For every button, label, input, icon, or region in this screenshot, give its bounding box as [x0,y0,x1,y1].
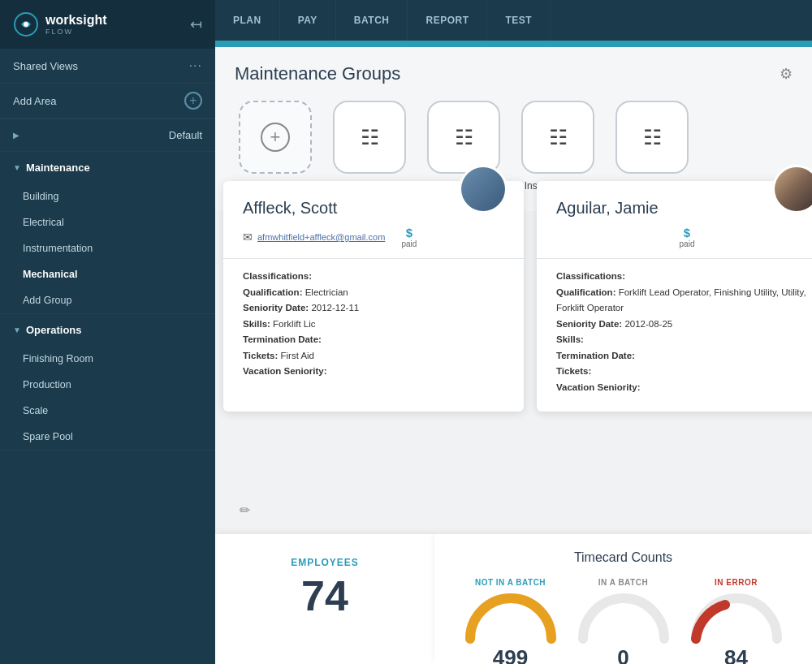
more-options-icon[interactable]: ··· [189,58,202,73]
nav-accent-bar [215,41,812,47]
sidebar-group-add-area: Add Area + [0,84,215,119]
employees-label: EMPLOYEES [291,557,359,568]
add-group-plus-icon: + [261,123,290,152]
nav-report[interactable]: REPORT [408,0,487,41]
emp-details-aguilar: Classifications: Qualification: Forklift… [537,262,812,395]
employee-name-aguilar: Aguilar, Jamie [537,181,812,222]
logo-icon [13,11,39,37]
sidebar: worksight FLOW ↤ Shared Views ··· Add Ar… [0,0,215,664]
sidebar-section-operations[interactable]: ▼ Operations [0,314,215,346]
nav-test[interactable]: TEST [487,0,551,41]
electrical-list-icon: ☷ [455,125,473,150]
mg-instrumentation-card[interactable]: ☷ Instrumentation [517,101,598,192]
seniority-aguilar: 2012-08-25 [624,319,672,329]
gauge-in-batch-label: IN A BATCH [598,578,648,587]
avatar-image-affleck [461,167,505,211]
sidebar-item-instrumentation[interactable]: Instrumentation [0,235,215,261]
gauge-in-batch-svg [575,590,672,645]
mg-building-box[interactable]: ☷ [333,101,406,174]
seniority-label-affleck: Seniority Date: [243,303,309,313]
tickets-affleck: First Aid [280,351,314,360]
edit-button[interactable]: ✏ [240,502,250,518]
sidebar-section-maintenance[interactable]: ▼ Maintenance [0,152,215,183]
employees-count-panel: EMPLOYEES 74 [215,534,434,664]
sidebar-item-building[interactable]: Building [0,183,215,209]
nav-plan[interactable]: PLAN [215,0,280,41]
nav-items: PLAN PAY BATCH REPORT TEST [215,0,551,41]
maintenance-label: Maintenance [26,162,90,174]
pay-label-aguilar: paid [680,239,695,248]
gauge-in-error-svg [688,590,785,645]
collapse-button[interactable]: ↤ [190,15,202,33]
employee-card-affleck: Affleck, Scott ✉ afmwhitfield+affleck@gm… [223,181,524,412]
skills-label-aguilar: Skills: [556,334,584,344]
logo: worksight FLOW [13,11,107,37]
mg-mechanical-card[interactable]: ☷ Mechanical [611,101,693,192]
email-affleck[interactable]: afmwhitfield+affleck@gmail.com [257,232,385,242]
top-navigation: PLAN PAY BATCH REPORT TEST [215,0,812,41]
emp-details-affleck: Classifications: Qualification: Electric… [223,262,524,380]
sidebar-section-default[interactable]: ▶ Default [0,119,215,151]
timecard-panel: Timecard Counts NOT IN A BATCH 499 0 499 [434,534,812,664]
employee-cards-container: Affleck, Scott ✉ afmwhitfield+affleck@gm… [223,181,812,412]
mg-title-row: Maintenance Groups ⚙ [235,63,793,84]
sidebar-group-maintenance: ▼ Maintenance Building Electrical Instru… [0,152,215,314]
mg-add-group-card[interactable]: + Add Group [235,101,316,192]
skills-label-affleck: Skills: [243,319,270,329]
tickets-label-aguilar: Tickets: [556,366,591,376]
sidebar-item-add-group[interactable]: Add Group [0,287,215,313]
gauge-in-batch: IN A BATCH 0 0 499 [575,578,672,664]
vacation-label-affleck: Vacation Seniority: [243,366,327,376]
add-area-row[interactable]: Add Area + [0,84,215,119]
avatar-affleck [459,165,508,213]
operations-label: Operations [26,324,82,336]
main-content: Maintenance Groups ⚙ + Add Group ☷ Build… [215,47,812,664]
add-area-plus-icon[interactable]: + [184,92,202,110]
termination-label-affleck: Termination Date: [243,334,322,344]
svg-point-1 [24,22,28,27]
filter-icon[interactable]: ⚙ [780,65,793,83]
default-label: Default [169,129,202,141]
qualification-affleck: Electrician [305,287,348,297]
sidebar-header: worksight FLOW ↤ [0,0,215,49]
mechanical-list-icon: ☷ [643,125,662,150]
employees-count: 74 [301,575,348,617]
tickets-label-affleck: Tickets: [243,351,278,360]
instrumentation-list-icon: ☷ [549,125,568,150]
sidebar-item-finishing-room[interactable]: Finishing Room [0,346,215,372]
nav-pay[interactable]: PAY [280,0,336,41]
sidebar-group-shared-views: Shared Views ··· [0,49,215,84]
gauge-in-error-label: IN ERROR [715,578,758,587]
pay-block-aguilar: $ paid [680,226,695,248]
pay-icon-aguilar: $ [684,226,690,239]
mg-mechanical-box[interactable]: ☷ [615,101,689,174]
mg-instrumentation-box[interactable]: ☷ [521,101,594,174]
sidebar-item-mechanical[interactable]: Mechanical [0,261,215,287]
sidebar-item-electrical[interactable]: Electrical [0,209,215,235]
mg-electrical-box[interactable]: ☷ [427,101,500,174]
qualification-label-aguilar: Qualification: [556,287,615,297]
mg-add-group-box[interactable]: + [239,101,312,174]
sidebar-item-scale[interactable]: Scale [0,398,215,424]
sidebar-section-shared-views[interactable]: Shared Views ··· [0,49,215,83]
sidebar-item-spare-pool[interactable]: Spare Pool [0,424,215,450]
sidebar-group-operations: ▼ Operations Finishing Room Production S… [0,314,215,451]
gauge-in-error-value: 84 [724,645,748,664]
classifications-label-affleck: Classifications: [243,271,312,281]
sidebar-item-production[interactable]: Production [0,372,215,398]
gauge-not-in-batch-svg [462,590,559,645]
termination-label-aguilar: Termination Date: [556,351,635,360]
employee-card-aguilar: Aguilar, Jamie $ paid Classifications: Q… [537,181,812,412]
timecard-gauges: NOT IN A BATCH 499 0 499 IN A BATCH [454,578,793,664]
mg-building-card[interactable]: ☷ Building [329,101,410,192]
pay-icon-affleck: $ [406,226,412,239]
avatar-image-aguilar [775,167,812,211]
building-list-icon: ☷ [361,125,379,150]
nav-batch[interactable]: BATCH [336,0,408,41]
gauge-not-in-batch-label: NOT IN A BATCH [475,578,546,587]
email-icon-affleck: ✉ [243,231,253,244]
skills-affleck: Forklift Lic [273,319,315,329]
gauge-not-in-batch: NOT IN A BATCH 499 0 499 [462,578,559,664]
seniority-affleck: 2012-12-11 [311,303,359,313]
add-area-label: Add Area [13,95,57,107]
